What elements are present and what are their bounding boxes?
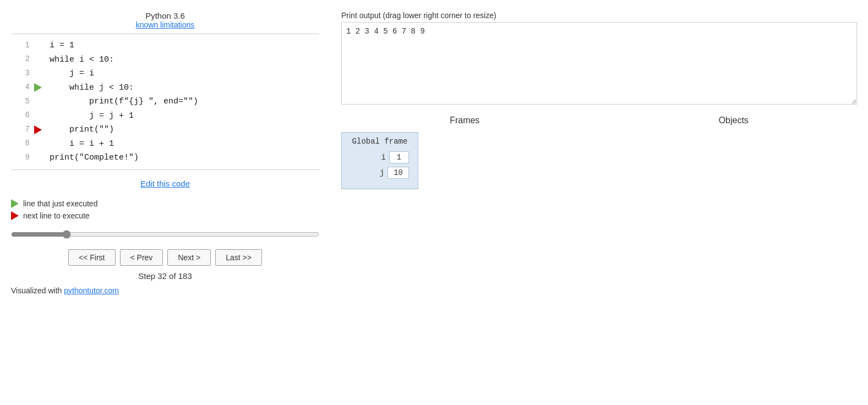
frames-title: Frames [341,116,588,125]
main-container: Python 3.6 known limitations 1i = 12whil… [11,11,857,295]
legend-red-item: next line to execute [11,211,319,220]
first-button[interactable]: << First [68,249,115,266]
legend-green-label: line that just executed [23,199,97,208]
code-header: Python 3.6 known limitations [11,11,319,29]
code-line-4: 4 while j < 10: [11,81,319,95]
code-text: print("") [50,123,114,137]
green-arrow-icon [11,199,19,208]
footer: Visualized with pythontutor.com [11,286,319,295]
line-number: 8 [13,137,30,150]
code-line-8: 8 i = i + 1 [11,137,319,151]
red-arrow-icon [11,211,19,220]
line-number: 4 [13,81,30,94]
slider-container [11,229,319,242]
known-limitations-link[interactable]: known limitations [136,20,195,29]
code-line-6: 6 j = j + 1 [11,109,319,123]
nav-buttons: << First < Prev Next > Last >> [11,249,319,266]
python-version-title: Python 3.6 [11,11,319,20]
pythontutor-link[interactable]: pythontutor.com [64,286,119,295]
legend-green-item: line that just executed [11,199,319,208]
print-output-label: Print output (drag lower right corner to… [341,11,857,20]
edit-link-container: Edit this code [11,179,319,188]
step-info: Step 32 of 183 [11,271,319,281]
frames-section: Frames Global frame i 1 j 10 [341,116,588,189]
code-text: print("Complete!") [50,151,139,165]
edit-code-link[interactable]: Edit this code [140,179,190,188]
global-frame-title: Global frame [351,137,409,146]
arrow-cell [34,83,50,92]
var-name-i: i [381,153,389,162]
code-line-9: 9print("Complete!") [11,151,319,165]
left-panel: Python 3.6 known limitations 1i = 12whil… [11,11,319,295]
code-line-2: 2while i < 10: [11,53,319,67]
arrow-cell [34,125,50,134]
code-text: i = 1 [50,39,74,53]
next-button[interactable]: Next > [167,249,211,266]
line-number: 6 [13,109,30,122]
line-number: 5 [13,95,30,108]
legend: line that just executed next line to exe… [11,199,319,220]
line-number: 3 [13,67,30,80]
next-line-arrow-icon [34,125,42,134]
global-frame: Global frame i 1 j 10 [341,132,418,189]
print-output-box: 1 2 3 4 5 6 7 8 9 [341,22,857,105]
objects-section: Objects [610,116,858,132]
line-number: 1 [13,39,30,52]
code-text: while i < 10: [50,53,114,67]
code-text: j = j + 1 [50,109,134,123]
line-number: 9 [13,151,30,165]
right-panel: Print output (drag lower right corner to… [341,11,857,189]
last-button[interactable]: Last >> [215,249,262,266]
code-line-1: 1i = 1 [11,39,319,53]
code-line-7: 7 print("") [11,123,319,137]
code-text: i = i + 1 [50,137,114,151]
code-line-5: 5 print(f"{j} ", end="") [11,95,319,109]
code-line-3: 3 j = i [11,67,319,81]
line-number: 7 [13,123,30,136]
code-text: j = i [50,67,94,81]
line-number: 2 [13,53,30,66]
frames-objects-container: Frames Global frame i 1 j 10 Objects [341,116,857,189]
objects-title: Objects [610,116,858,125]
print-output-text: 1 2 3 4 5 6 7 8 9 [346,27,425,36]
footer-text: Visualized with [11,286,64,295]
var-value-j: 10 [387,167,409,179]
current-line-arrow-icon [34,83,42,92]
frame-var-j: j 10 [351,167,409,179]
code-container: 1i = 12while i < 10:3 j = i4 while j < 1… [11,34,319,170]
prev-button[interactable]: < Prev [120,249,163,266]
code-text: print(f"{j} ", end="") [50,95,198,109]
frame-var-i: i 1 [351,151,409,163]
legend-red-label: next line to execute [23,211,90,220]
var-name-j: j [380,168,387,177]
code-text: while j < 10: [50,81,134,95]
step-slider[interactable] [11,229,319,240]
var-value-i: 1 [389,151,409,163]
